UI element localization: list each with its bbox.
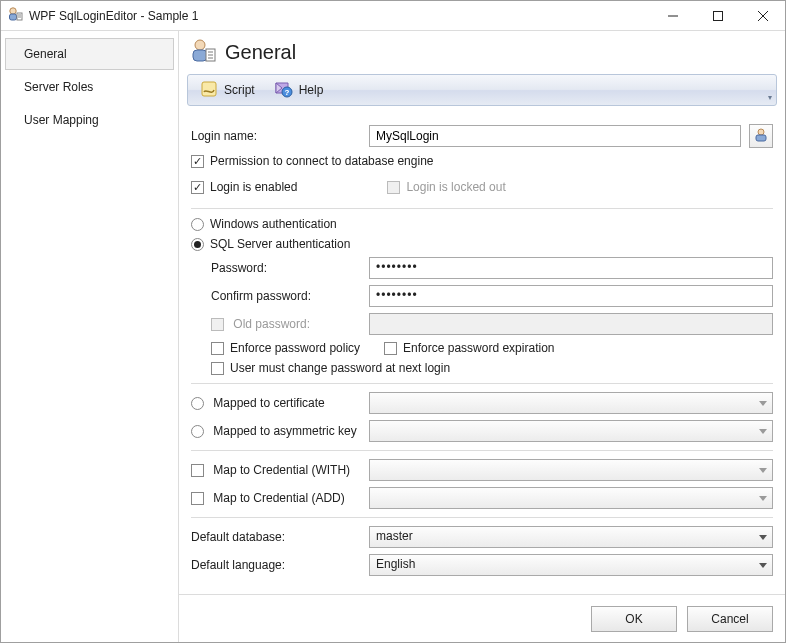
page-header: General [179,31,785,70]
map-cred-add-label: Map to Credential (ADD) [213,491,344,505]
script-label: Script [224,83,255,97]
script-icon [200,80,218,101]
help-label: Help [299,83,324,97]
permission-connect-label: Permission to connect to database engine [210,154,433,168]
ok-button[interactable]: OK [591,606,677,632]
chevron-down-icon [759,463,767,477]
windows-auth-label: Windows authentication [210,217,337,231]
window: WPF SqlLoginEditor - Sample 1 General Se… [0,0,786,643]
sidebar-item-user-mapping[interactable]: User Mapping [5,104,174,136]
must-change-label: User must change password at next login [230,361,450,375]
chevron-down-icon [759,396,767,410]
page-title: General [225,41,296,64]
chevron-down-icon [759,558,767,572]
svg-rect-15 [202,82,216,96]
default-lang-combo[interactable]: English [369,554,773,576]
old-password-checkbox [211,318,224,331]
svg-point-0 [10,8,16,14]
confirm-password-input[interactable]: •••••••• [369,285,773,307]
enforce-policy-label: Enforce password policy [230,341,360,355]
script-button[interactable]: Script [194,78,261,103]
permission-connect-checkbox[interactable] [191,155,204,168]
map-cred-add-checkbox[interactable] [191,492,204,505]
maximize-button[interactable] [695,1,740,30]
minimize-button[interactable] [650,1,695,30]
body: General Server Roles User Mapping Genera… [1,31,785,642]
enforce-policy-checkbox[interactable] [211,342,224,355]
toolbar: Script ? Help ▾ [187,74,777,106]
app-icon [7,6,23,25]
help-button[interactable]: ? Help [267,78,330,103]
close-button[interactable] [740,1,785,30]
main: General Script ? Help ▾ [179,31,785,642]
login-name-input[interactable] [369,125,741,147]
svg-rect-10 [193,50,207,61]
map-cred-with-combo [369,459,773,481]
confirm-password-label: Confirm password: [191,289,361,303]
windows-auth-radio[interactable] [191,218,204,231]
map-cred-with-label: Map to Credential (WITH) [213,463,350,477]
chevron-down-icon [759,424,767,438]
default-db-combo[interactable]: master [369,526,773,548]
mapped-cert-combo [369,392,773,414]
login-locked-checkbox [387,181,400,194]
sql-auth-radio[interactable] [191,238,204,251]
browse-login-button[interactable] [749,124,773,148]
user-icon [189,37,217,68]
old-password-label: Old password: [233,317,310,331]
default-db-label: Default database: [191,530,361,544]
window-title: WPF SqlLoginEditor - Sample 1 [29,9,198,23]
login-locked-label: Login is locked out [406,180,505,194]
map-cred-add-combo [369,487,773,509]
cancel-button[interactable]: Cancel [687,606,773,632]
svg-rect-19 [756,135,766,141]
svg-point-9 [195,40,205,50]
must-change-checkbox[interactable] [211,362,224,375]
mapped-asym-combo [369,420,773,442]
sidebar-item-server-roles[interactable]: Server Roles [5,71,174,103]
chevron-down-icon [759,530,767,544]
mapped-cert-radio[interactable] [191,397,204,410]
login-enabled-label: Login is enabled [210,180,297,194]
enforce-expiration-label: Enforce password expiration [403,341,554,355]
default-lang-label: Default language: [191,558,361,572]
chevron-down-icon [759,491,767,505]
login-name-label: Login name: [191,129,361,143]
sql-auth-label: SQL Server authentication [210,237,350,251]
form: Login name: Permission to connect to dat… [179,110,785,594]
mapped-asym-label: Mapped to asymmetric key [213,424,356,438]
titlebar: WPF SqlLoginEditor - Sample 1 [1,1,785,31]
help-icon: ? [273,80,293,101]
sidebar: General Server Roles User Mapping [1,31,179,642]
password-label: Password: [191,261,361,275]
person-icon [753,127,769,146]
mapped-asym-radio[interactable] [191,425,204,438]
sidebar-item-general[interactable]: General [5,38,174,70]
map-cred-with-checkbox[interactable] [191,464,204,477]
mapped-cert-label: Mapped to certificate [213,396,324,410]
old-password-input [369,313,773,335]
svg-point-18 [758,129,764,135]
password-input[interactable]: •••••••• [369,257,773,279]
login-enabled-checkbox[interactable] [191,181,204,194]
svg-rect-1 [10,14,17,20]
enforce-expiration-checkbox[interactable] [384,342,397,355]
toolbar-overflow-icon[interactable]: ▾ [768,93,772,102]
footer: OK Cancel [179,594,785,642]
svg-text:?: ? [284,88,289,97]
svg-rect-6 [713,11,722,20]
